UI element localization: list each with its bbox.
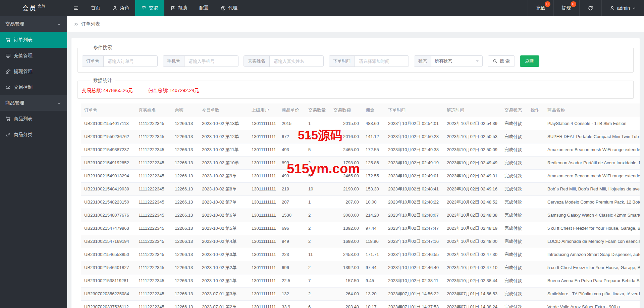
table-cell: 2453.00 xyxy=(330,248,362,261)
table-cell xyxy=(527,300,544,308)
table-row: UB23100215471691941111222234512266.13202… xyxy=(81,235,640,248)
nav-item-label: 帮助 xyxy=(178,5,187,11)
table-cell: 完成付款 xyxy=(501,156,527,169)
table-cell: 完成付款 xyxy=(501,169,527,182)
commission-total-stat: 佣金总额: 1407292.24元 xyxy=(148,88,199,93)
table-cell: 2 xyxy=(305,235,330,248)
status-select[interactable]: 所有状态 xyxy=(431,56,482,67)
order-no-input[interactable] xyxy=(104,56,157,67)
nav-item-roles[interactable]: 角色 xyxy=(106,0,135,16)
sidebar-item-trade-control[interactable]: 交易控制 xyxy=(0,79,67,95)
nav-item-trade[interactable]: 交易 xyxy=(135,0,164,16)
search-icon xyxy=(493,59,497,63)
real-name-field: 真实姓名 xyxy=(244,55,324,67)
table-cell: 完成付款 xyxy=(501,261,527,274)
table-cell: 11112222345 xyxy=(135,143,171,156)
table-cell: 11112222345 xyxy=(135,300,171,308)
refresh-button[interactable]: 刷新 xyxy=(520,55,539,67)
sidebar-item-order-list[interactable]: 订单列表 xyxy=(0,32,67,48)
table-cell: 11112222345 xyxy=(135,182,171,195)
table-cell: 264.00 xyxy=(330,287,362,300)
table-cell: 12266.13 xyxy=(171,169,199,182)
nav-item-help[interactable]: 帮助 xyxy=(164,0,193,16)
table-cell: 11112222345 xyxy=(135,169,171,182)
table-cell: 5 cu ft Chest Freezer for Your House, Ga… xyxy=(544,222,640,235)
table-cell: 2023-10-02 第7单 xyxy=(199,195,248,209)
column-header: 交易状态 xyxy=(501,103,527,117)
phone-label: 手机号 xyxy=(163,56,184,67)
sidebar-item-product-category[interactable]: 商品分类 xyxy=(0,127,67,142)
table-cell: 2016.00 xyxy=(330,130,362,143)
table-cell: UB2310021548223150 xyxy=(81,195,135,209)
table-cell xyxy=(527,195,544,209)
sidebar-group-trade[interactable]: 交易管理 xyxy=(0,16,67,32)
sidebar-item-product-list[interactable]: 商品列表 xyxy=(0,111,67,127)
dollar-circle-icon xyxy=(221,6,226,11)
table-cell: 2023年10月02日 02:50:53 xyxy=(443,130,501,143)
table-cell: 12266.13 xyxy=(171,117,199,130)
table-cell: SmileMore - Té Piñalim con piña, linaza,… xyxy=(544,287,640,300)
table-cell: 2465.00 xyxy=(330,169,362,182)
sidebar-group-products[interactable]: 商品管理 xyxy=(0,95,67,111)
sidebar-item-withdraw[interactable]: 提现管理 xyxy=(0,63,67,79)
table-cell: 2023年10月02日 02:48:07 xyxy=(385,209,443,222)
table-cell: UB2310021548077676 xyxy=(81,209,135,222)
table-row: UB23070203375361121111222234512266.13202… xyxy=(81,300,640,308)
table-cell: 13011111111 xyxy=(248,143,278,156)
order-time-input[interactable] xyxy=(355,56,409,67)
withdraw-button[interactable]: 提现 0 xyxy=(553,0,579,16)
table-cell: 13.20 xyxy=(362,287,385,300)
table-cell: 10.17 xyxy=(362,300,385,308)
table-cell: 12266.13 xyxy=(171,156,199,169)
sidebar-item-label: 交易控制 xyxy=(14,84,33,90)
nav-item-agent[interactable]: 代理 xyxy=(215,0,244,16)
table-cell xyxy=(527,143,544,156)
table-cell: 5 xyxy=(305,169,330,182)
table-cell: 11112222345 xyxy=(135,261,171,274)
table-cell: 9.45 xyxy=(362,274,385,287)
column-header: 下单时间 xyxy=(385,103,443,117)
search-button[interactable]: 搜 索 xyxy=(488,55,515,67)
order-no-field: 订单号 xyxy=(82,55,158,67)
table-cell: 11112222345 xyxy=(135,195,171,209)
table-cell xyxy=(527,117,544,130)
gauge-icon xyxy=(5,85,11,90)
table-cell: 13011111111 xyxy=(248,130,278,143)
table-cell: 2023-10-02 第9单 xyxy=(199,169,248,182)
table-cell: UB2310021550236762 xyxy=(81,130,135,143)
table-cell: 3060.00 xyxy=(330,209,362,222)
table-cell: 2465.00 xyxy=(330,143,362,156)
table-cell: 10 xyxy=(305,182,330,195)
table-cell: 完成付款 xyxy=(501,274,527,287)
refresh-page-button[interactable] xyxy=(579,0,601,16)
recharge-button[interactable]: 充值 0 xyxy=(528,0,553,16)
sidebar-item-recharge[interactable]: 充值管理 xyxy=(0,48,67,63)
table-cell: 2023年10月02日 02:48:19 xyxy=(443,222,501,235)
refresh-icon xyxy=(588,5,593,11)
sidebar-toggle[interactable] xyxy=(67,0,85,16)
table-cell: 2 xyxy=(305,156,330,169)
nav-item-config[interactable]: 配置 xyxy=(193,0,215,16)
chevron-down-icon xyxy=(57,22,61,26)
orders-table: 订单号真实姓名余额今日单数上级用户商品单价交易数量交易数额佣金下单时间解冻时间交… xyxy=(81,103,640,308)
table-cell: 33.9 xyxy=(278,300,305,308)
table-cell: 207 xyxy=(278,195,305,209)
table-cell: 7 xyxy=(305,274,330,287)
user-menu[interactable]: admin xyxy=(601,0,644,16)
column-header: 商品名称 xyxy=(544,103,640,117)
table-cell: 13011111111 xyxy=(248,274,278,287)
nav-item-home[interactable]: 首页 xyxy=(85,0,106,16)
column-header: 今日单数 xyxy=(199,103,248,117)
table-cell: 2023年10月02日 02:48:38 xyxy=(443,209,501,222)
nav-item-label: 配置 xyxy=(199,5,209,11)
table-cell: 13011111111 xyxy=(248,182,278,195)
table-cell: 2023年10月02日 02:49:31 xyxy=(443,169,501,182)
table-cell: Cerveza Modelo Combo Premium Pack, 12 Bo… xyxy=(544,195,640,209)
phone-input[interactable] xyxy=(184,56,238,67)
column-header: 交易数量 xyxy=(305,103,330,117)
table-cell: 2023年10月02日 02:49:19 xyxy=(385,156,443,169)
table-row: UB23100215465588501111222234512266.13202… xyxy=(81,248,640,261)
real-name-input[interactable] xyxy=(270,56,323,67)
table-cell: 完成付款 xyxy=(501,235,527,248)
table-row: UB23100215490132941111222234512266.13202… xyxy=(81,169,640,182)
